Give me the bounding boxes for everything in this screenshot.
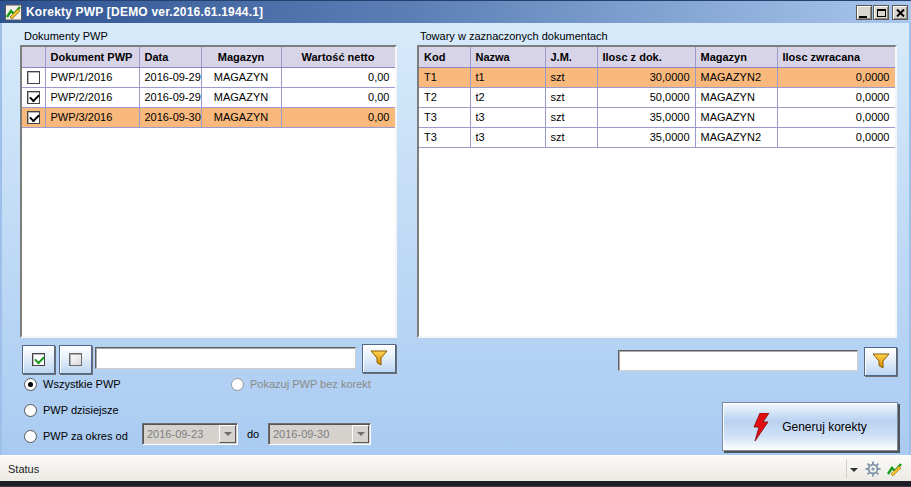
date-from-dropdown [219, 425, 236, 443]
select-all-button[interactable] [22, 345, 55, 374]
option-label: PWP dzisiejsze [43, 403, 119, 417]
titlebar: Korekty PWP [DEMO ver.2016.61.1944.1] [0, 0, 911, 23]
app-mini-logo-icon[interactable] [886, 461, 903, 478]
select-all-icon [32, 353, 45, 366]
cell-kod: T1 [419, 67, 470, 87]
documents-list: Dokument PWP Data Magazyn Wartość netto … [20, 45, 397, 338]
close-button[interactable] [892, 5, 908, 20]
row-checkbox[interactable] [27, 91, 40, 104]
cell-wartosc: 0,00 [281, 107, 395, 127]
cell-data: 2016-09-30 [139, 107, 201, 127]
date-from-value: 2016-09-23 [143, 428, 219, 440]
option-wszystkie-pwp[interactable]: Wszystkie PWP [24, 377, 121, 391]
col-check [22, 47, 45, 67]
goods-row[interactable]: T2 t2 szt 50,0000 MAGAZYN 0,0000 [419, 87, 895, 107]
document-row[interactable]: PWP/3/2016 2016-09-30 MAGAZYN 0,00 [22, 107, 395, 127]
col-jm[interactable]: J.M. [545, 47, 597, 67]
window-title: Korekty PWP [DEMO ver.2016.61.1944.1] [26, 5, 263, 19]
cell-kod: T2 [419, 87, 470, 107]
date-to-value: 2016-09-30 [269, 428, 352, 440]
cell-jm: szt [545, 67, 597, 87]
funnel-icon [370, 350, 388, 367]
cell-nazwa: t3 [470, 127, 545, 147]
funnel-icon [872, 353, 890, 370]
maximize-icon [877, 9, 886, 17]
goods-row[interactable]: T1 t1 szt 30,0000 MAGAZYN2 0,0000 [419, 67, 895, 87]
cell-kod: T3 [419, 127, 470, 147]
cell-jm: szt [545, 87, 597, 107]
option-label: Pokazuj PWP bez korekt [250, 377, 371, 391]
col-kod[interactable]: Kod [419, 47, 470, 67]
goods-row[interactable]: T3 t3 szt 35,0000 MAGAZYN2 0,0000 [419, 127, 895, 147]
cell-magazyn: MAGAZYN [695, 87, 777, 107]
lightning-bolt-icon [753, 413, 770, 441]
goods-list: Kod Nazwa J.M. Ilosc z dok. Magazyn Ilos… [417, 45, 897, 338]
cell-ilosc: 30,0000 [597, 67, 695, 87]
chevron-down-icon [357, 432, 365, 436]
document-row[interactable]: PWP/1/2016 2016-09-29 MAGAZYN 0,00 [22, 67, 395, 87]
radio-icon[interactable] [24, 404, 37, 417]
do-label: do [247, 428, 259, 440]
documents-filter-input[interactable] [95, 347, 356, 369]
cell-jm: szt [545, 127, 597, 147]
col-ilosc[interactable]: Ilosc z dok. [597, 47, 695, 67]
col-magazyn[interactable]: Magazyn [695, 47, 777, 67]
cell-magazyn: MAGAZYN [201, 87, 281, 107]
deselect-all-icon [69, 353, 82, 366]
cell-magazyn: MAGAZYN [695, 107, 777, 127]
cell-wartosc: 0,00 [281, 67, 395, 87]
cell-dokument: PWP/3/2016 [45, 107, 139, 127]
generate-corrections-label: Generuj korekty [782, 420, 867, 434]
document-row[interactable]: PWP/2/2016 2016-09-29 MAGAZYN 0,00 [22, 87, 395, 107]
cell-data: 2016-09-29 [139, 87, 201, 107]
goods-row[interactable]: T3 t3 szt 35,0000 MAGAZYN 0,0000 [419, 107, 895, 127]
goods-filter-button[interactable] [864, 347, 897, 376]
app-logo-icon[interactable] [5, 4, 22, 21]
deselect-all-button[interactable] [59, 345, 92, 374]
cell-nazwa: t3 [470, 107, 545, 127]
col-data[interactable]: Data [139, 47, 201, 67]
cell-kod: T3 [419, 107, 470, 127]
statusbar: Status [0, 455, 911, 481]
option-pwp-dzisiejsze[interactable]: PWP dzisiejsze [24, 403, 119, 417]
maximize-button[interactable] [873, 5, 889, 20]
date-to-dropdown [352, 425, 369, 443]
cell-ilosc: 35,0000 [597, 107, 695, 127]
date-from-combo: 2016-09-23 [142, 423, 238, 445]
cell-magazyn: MAGAZYN2 [695, 67, 777, 87]
row-checkbox[interactable] [27, 111, 40, 124]
option-label: Wszystkie PWP [43, 377, 121, 391]
radio-icon[interactable] [24, 430, 37, 443]
gear-icon[interactable] [865, 461, 881, 477]
option-pokazuj-bez-korekt: Pokazuj PWP bez korekt [231, 377, 371, 391]
documents-filter-button[interactable] [362, 344, 396, 373]
col-dokument[interactable]: Dokument PWP [45, 47, 139, 67]
statusbar-divider [846, 459, 847, 478]
date-to-combo: 2016-09-30 [268, 423, 371, 445]
radio-icon[interactable] [24, 378, 37, 391]
col-zwracana[interactable]: Ilosc zwracana [777, 47, 895, 67]
col-wartosc[interactable]: Wartość netto [281, 47, 395, 67]
cell-zwracana: 0,0000 [777, 107, 895, 127]
app-window: Korekty PWP [DEMO ver.2016.61.1944.1] Do… [0, 0, 911, 487]
minimize-button[interactable] [856, 5, 872, 20]
cell-ilosc: 50,0000 [597, 87, 695, 107]
right-panel-label: Towary w zaznaczonych dokumentach [420, 30, 608, 42]
cell-data: 2016-09-29 [139, 67, 201, 87]
cell-nazwa: t2 [470, 87, 545, 107]
goods-table: Kod Nazwa J.M. Ilosc z dok. Magazyn Ilos… [419, 47, 896, 148]
goods-header-row: Kod Nazwa J.M. Ilosc z dok. Magazyn Ilos… [419, 47, 895, 67]
left-panel-label: Dokumenty PWP [24, 30, 108, 42]
cell-wartosc: 0,00 [281, 87, 395, 107]
cell-zwracana: 0,0000 [777, 67, 895, 87]
status-menu-caret-icon[interactable] [850, 468, 858, 472]
goods-filter-input[interactable] [618, 350, 858, 371]
generate-corrections-button[interactable]: Generuj korekty [722, 402, 898, 451]
cell-magazyn: MAGAZYN [201, 67, 281, 87]
status-text: Status [8, 463, 39, 475]
close-icon [896, 9, 905, 17]
col-nazwa[interactable]: Nazwa [470, 47, 545, 67]
option-pwp-za-okres[interactable]: PWP za okres od [24, 429, 128, 443]
col-magazyn[interactable]: Magazyn [201, 47, 281, 67]
row-checkbox[interactable] [27, 71, 40, 84]
